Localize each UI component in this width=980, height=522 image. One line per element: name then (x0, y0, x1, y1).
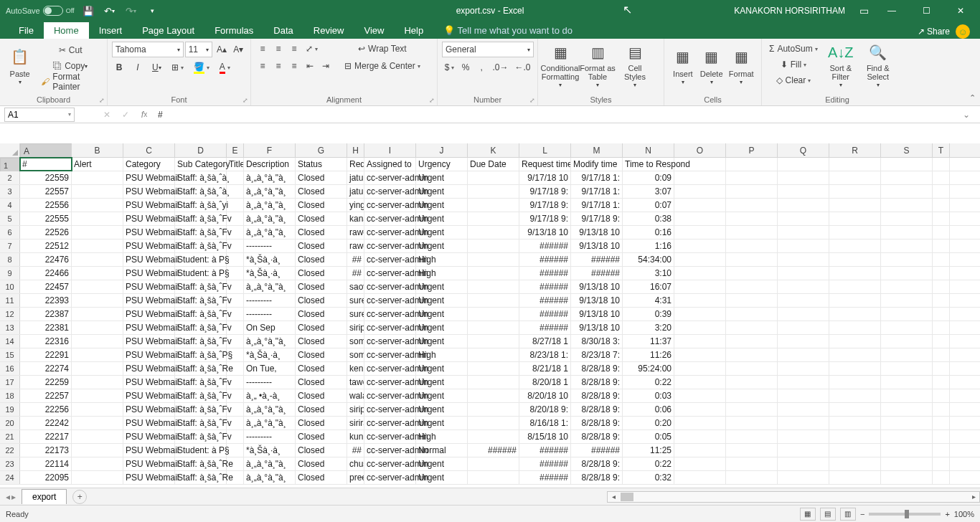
cell[interactable] (778, 471, 829, 484)
cell[interactable]: *à¸Šà¸·à¸ (244, 444, 296, 457)
autosum-button[interactable]: Σ AutoSum (766, 42, 821, 56)
column-header[interactable]: P (726, 143, 778, 157)
cell[interactable] (72, 321, 123, 334)
cell[interactable]: 95:24:00 (623, 362, 674, 375)
cell[interactable]: ###### (571, 444, 623, 457)
cell[interactable]: 22242 (20, 417, 72, 430)
font-size-select[interactable]: 11▾ (185, 42, 213, 57)
cell[interactable] (933, 335, 950, 348)
row-header[interactable]: 2 (0, 171, 20, 184)
cell[interactable]: jatu (347, 171, 364, 184)
cell[interactable]: 22555 (20, 212, 72, 225)
cell[interactable]: ## (347, 444, 364, 457)
fill-color-button[interactable]: 🪣 (191, 60, 212, 75)
cell[interactable] (778, 280, 829, 293)
cell[interactable]: Staff: à¸šà¸ˆP§ (175, 348, 227, 361)
delete-cells-button[interactable]: ▦Delete▾ (697, 42, 726, 89)
cell[interactable]: PSU Webmail (123, 403, 175, 416)
accounting-format-icon[interactable]: $ (442, 60, 457, 75)
cell[interactable] (726, 471, 778, 484)
cell[interactable]: cc-server-admin (364, 403, 416, 416)
column-header[interactable]: C (123, 143, 175, 157)
user-name[interactable]: KANAKORN HORSIRITHAM (727, 6, 852, 16)
cell[interactable]: PSU Webmail (123, 267, 175, 280)
cell[interactable] (468, 457, 519, 470)
cell[interactable]: cc-server-admin (364, 444, 416, 457)
cell[interactable] (778, 212, 829, 225)
cell[interactable] (468, 212, 519, 225)
cell[interactable]: saov (347, 280, 364, 293)
row-header[interactable]: 23 (0, 457, 20, 470)
cell[interactable]: Closed (296, 239, 347, 252)
cell[interactable]: 4:31 (623, 294, 674, 307)
cell[interactable] (72, 171, 123, 184)
cell[interactable] (72, 294, 123, 307)
cell[interactable]: Student: à P§ (175, 267, 227, 280)
cell[interactable]: à¸„à¸°à¸"à¸ (244, 212, 296, 225)
cell[interactable]: PSU Webmail (123, 171, 175, 184)
cell[interactable]: 8/16/18 1: (519, 417, 571, 430)
cell[interactable]: Staff: à¸šà¸ˆFv (175, 389, 227, 402)
cell[interactable]: Urgency (416, 158, 468, 171)
cell[interactable]: *à¸Šà¸·à¸ (244, 348, 296, 361)
sort-filter-button[interactable]: A↓ZSort & Filter▾ (824, 42, 858, 89)
cell[interactable] (674, 403, 726, 416)
increase-indent-icon[interactable]: ⇥ (319, 59, 333, 73)
cell[interactable]: # (20, 158, 72, 171)
cell[interactable]: Staff: à¸šà¸ˆFv (175, 321, 227, 334)
align-bottom-icon[interactable]: ≡ (287, 42, 301, 56)
decrease-font-icon[interactable]: A▾ (231, 42, 246, 57)
cell[interactable] (674, 267, 726, 280)
cell[interactable]: sure (347, 294, 364, 307)
cell[interactable] (829, 362, 881, 375)
cell[interactable] (778, 185, 829, 198)
cell[interactable]: 22393 (20, 294, 72, 307)
cell[interactable]: Requester (347, 158, 364, 171)
cell[interactable] (778, 226, 829, 239)
cell[interactable]: Closed (296, 253, 347, 266)
row-header[interactable]: 7 (0, 239, 20, 252)
cell[interactable] (674, 389, 726, 402)
collapse-ribbon-icon[interactable]: ⌃ (969, 93, 976, 103)
cell[interactable]: 22217 (20, 430, 72, 443)
cell[interactable]: Staff: à¸šà¸ˆRe (175, 471, 227, 484)
cell[interactable]: PSU Webmail (123, 280, 175, 293)
cell[interactable] (778, 348, 829, 361)
row-header[interactable]: 19 (0, 403, 20, 416)
align-right-icon[interactable]: ≡ (287, 59, 301, 73)
alignment-launcher-icon[interactable]: ⤢ (429, 97, 435, 104)
cell[interactable] (933, 348, 950, 361)
cell[interactable] (468, 280, 519, 293)
cell[interactable]: cc-server-admin (364, 457, 416, 470)
cell[interactable] (778, 376, 829, 389)
cell[interactable] (468, 348, 519, 361)
cell[interactable] (933, 389, 950, 402)
cell[interactable]: 8/28/18 9: (571, 389, 623, 402)
page-layout-view-icon[interactable]: ▤ (820, 508, 836, 521)
tab-file[interactable]: File (9, 22, 44, 39)
cell[interactable] (72, 348, 123, 361)
cell[interactable] (881, 417, 933, 430)
cell[interactable]: Staff: à¸šà¸ˆRe (175, 457, 227, 470)
column-header[interactable]: K (468, 143, 519, 157)
cell[interactable] (778, 335, 829, 348)
cell[interactable]: 8/23/18 1: (519, 348, 571, 361)
copy-button[interactable]: ⿻ Copy ▾ (38, 59, 103, 73)
cell[interactable]: Staff: à¸šà¸ˆFv (175, 403, 227, 416)
cell[interactable]: 8/20/18 9: (519, 403, 571, 416)
cell[interactable]: PSU Webmail (123, 389, 175, 402)
cell[interactable]: Closed (296, 294, 347, 307)
cell[interactable] (674, 294, 726, 307)
cell[interactable]: cc-server-admin (364, 171, 416, 184)
cell[interactable] (726, 389, 778, 402)
cell[interactable]: ying (347, 199, 364, 212)
cell[interactable]: 3:07 (623, 185, 674, 198)
cell[interactable]: 9/17/18 9: (571, 212, 623, 225)
column-header[interactable]: S (881, 143, 933, 157)
redo-icon[interactable]: ↷▾ (123, 3, 139, 19)
cell[interactable]: siripi (347, 321, 364, 334)
cell[interactable]: PSU Webmail (123, 212, 175, 225)
cell[interactable]: 9/13/18 10 (571, 294, 623, 307)
cell[interactable] (778, 389, 829, 402)
cell[interactable] (778, 444, 829, 457)
